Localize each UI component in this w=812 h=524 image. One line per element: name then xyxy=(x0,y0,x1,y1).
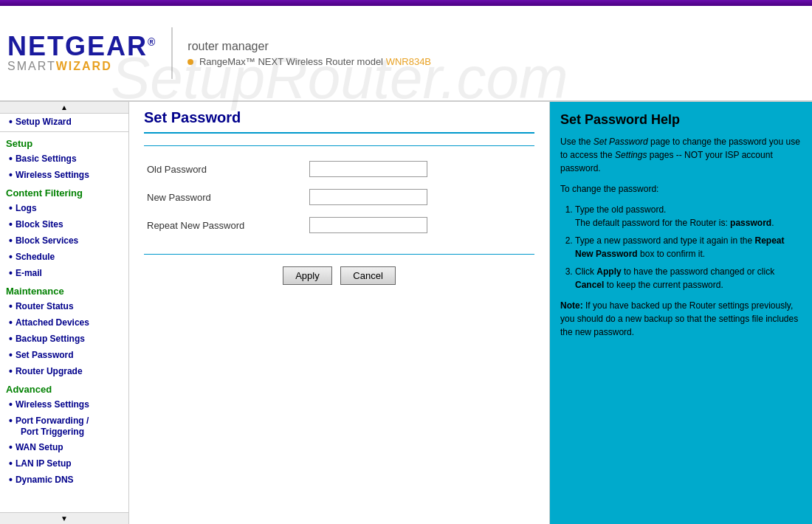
sidebar-item-dynamic-dns[interactable]: • Dynamic DNS xyxy=(0,472,128,488)
repeat-password-row: Repeat New Password xyxy=(144,211,534,239)
note-label: Note: xyxy=(560,300,583,311)
sidebar-item-label: Setup Wizard xyxy=(16,117,72,127)
apply-bold: Apply xyxy=(596,266,621,277)
sidebar-item-label: WAN Setup xyxy=(16,442,63,452)
bullet-icon: • xyxy=(9,365,13,377)
help-italic-settings: Settings xyxy=(615,150,647,160)
cancel-bold: Cancel xyxy=(575,280,604,290)
help-note: Note: If you have backed up the Router s… xyxy=(560,299,802,339)
sidebar-item-label: Router Upgrade xyxy=(16,366,83,376)
router-info: router manager RangeMax™ NEXT Wireless R… xyxy=(187,40,431,67)
router-manager-title: router manager xyxy=(187,40,431,53)
sidebar-item-wireless-settings-setup[interactable]: • Wireless Settings xyxy=(0,167,128,183)
sidebar: ▲ • Setup Wizard Setup • Basic Settings … xyxy=(0,102,129,524)
sidebar-item-block-services[interactable]: • Block Services xyxy=(0,232,128,249)
sidebar-item-router-upgrade[interactable]: • Router Upgrade xyxy=(0,363,128,379)
new-password-row: New Password xyxy=(144,183,534,211)
bullet-icon: • xyxy=(9,458,13,469)
sidebar-item-router-status[interactable]: • Router Status xyxy=(0,298,128,314)
sidebar-item-label: Attached Devices xyxy=(16,317,89,328)
sidebar-item-label: E-mail xyxy=(16,268,42,278)
bullet-icon: • xyxy=(9,415,13,427)
sidebar-item-port-forwarding[interactable]: • Port Forwarding / Port Triggering xyxy=(0,413,128,439)
sidebar-item-logs[interactable]: • Logs xyxy=(0,200,128,216)
help-title: Set Password Help xyxy=(560,112,802,128)
bullet-icon: • xyxy=(9,474,13,486)
sidebar-item-label: Router Status xyxy=(16,301,74,311)
old-password-row: Old Password xyxy=(144,155,534,183)
sidebar-item-email[interactable]: • E-mail xyxy=(0,265,128,281)
content-area: Set Password Old Password New Password R… xyxy=(129,102,812,524)
help-step-2: Type a new password and type it again in… xyxy=(575,234,802,261)
button-row: Apply Cancel xyxy=(144,266,534,285)
form-divider-top xyxy=(144,145,534,146)
repeat-password-input[interactable] xyxy=(309,217,427,233)
help-step-1: Type the old password. The default passw… xyxy=(575,203,802,230)
sidebar-item-label: Logs xyxy=(16,203,37,213)
help-italic-setpassword: Set Password xyxy=(593,137,648,147)
main-layout: ▲ • Setup Wizard Setup • Basic Settings … xyxy=(0,102,812,524)
registered-symbol: ® xyxy=(148,36,156,48)
product-line: RangeMax™ NEXT Wireless Router model WNR… xyxy=(187,56,431,67)
section-advanced: Advanced xyxy=(0,379,128,396)
form-divider-bottom xyxy=(144,254,534,255)
logo-area: NETGEAR® SMARTWIZARD xyxy=(7,33,156,73)
smartwizard-label: SMARTWIZARD xyxy=(7,60,156,73)
sidebar-item-label: Block Sites xyxy=(16,219,63,230)
sidebar-item-backup-settings[interactable]: • Backup Settings xyxy=(0,331,128,347)
bullet-icon: • xyxy=(9,399,13,410)
sidebar-item-label: Set Password xyxy=(16,350,74,360)
help-intro: Use the Set Password page to change the … xyxy=(560,135,802,175)
brand-name: NETGEAR® xyxy=(7,33,156,60)
sidebar-item-wan-setup[interactable]: • WAN Setup xyxy=(0,439,128,455)
sidebar-item-label: LAN IP Setup xyxy=(16,458,72,469)
bullet-icon: • xyxy=(9,202,13,214)
old-password-input[interactable] xyxy=(309,161,427,177)
sidebar-item-block-sites[interactable]: • Block Sites xyxy=(0,216,128,232)
bullet-icon: • xyxy=(9,169,13,181)
new-password-input[interactable] xyxy=(309,189,427,205)
bullet-icon: • xyxy=(9,349,13,361)
bullet-icon: • xyxy=(9,235,13,247)
sidebar-item-wireless-settings-adv[interactable]: • Wireless Settings xyxy=(0,396,128,413)
bullet-icon: • xyxy=(9,251,13,263)
product-name: RangeMax™ NEXT Wireless Router xyxy=(199,56,354,67)
top-bar xyxy=(0,0,812,6)
sidebar-scroll-down[interactable]: ▼ xyxy=(0,512,128,524)
help-to-change: To change the password: xyxy=(560,182,802,196)
old-password-label: Old Password xyxy=(144,155,306,183)
sidebar-item-lan-ip-setup[interactable]: • LAN IP Setup xyxy=(0,455,128,472)
bullet-icon: • xyxy=(9,300,13,312)
apply-button[interactable]: Apply xyxy=(283,266,332,285)
sidebar-separator xyxy=(0,131,128,132)
new-password-label: New Password xyxy=(144,183,306,211)
header: NETGEAR® SMARTWIZARD router manager Rang… xyxy=(0,6,812,102)
sidebar-item-label: Dynamic DNS xyxy=(16,475,74,485)
sidebar-item-label: Basic Settings xyxy=(16,154,77,164)
repeat-new-bold: Repeat New Password xyxy=(575,235,785,259)
bullet-icon: • xyxy=(9,441,13,453)
bullet-icon: • xyxy=(9,333,13,345)
sidebar-item-attached-devices[interactable]: • Attached Devices xyxy=(0,314,128,331)
sidebar-item-label: Block Services xyxy=(16,235,78,246)
sidebar-item-label: Wireless Settings xyxy=(16,399,89,410)
cancel-button[interactable]: Cancel xyxy=(340,266,395,285)
sidebar-scroll-up[interactable]: ▲ xyxy=(0,102,128,114)
section-maintenance: Maintenance xyxy=(0,281,128,298)
help-step-3: Click Apply to have the password changed… xyxy=(575,265,802,292)
password-form-table: Old Password New Password Repeat New Pas… xyxy=(144,155,534,239)
section-setup: Setup xyxy=(0,134,128,151)
model-number: WNR834B xyxy=(386,56,431,67)
sidebar-item-schedule[interactable]: • Schedule xyxy=(0,249,128,265)
bullet-icon: • xyxy=(9,218,13,230)
orange-dot-icon xyxy=(187,59,193,65)
sidebar-port-fwd-label: Port Forwarding / xyxy=(16,416,89,426)
page-title: Set Password xyxy=(144,109,534,134)
sidebar-item-label: Wireless Settings xyxy=(16,170,89,180)
sidebar-item-setup-wizard[interactable]: • Setup Wizard xyxy=(0,114,128,130)
sidebar-item-label: Schedule xyxy=(16,252,55,262)
sidebar-item-basic-settings[interactable]: • Basic Settings xyxy=(0,151,128,167)
sidebar-item-label: Backup Settings xyxy=(16,334,85,344)
default-password-bold: password xyxy=(730,218,771,228)
sidebar-item-set-password[interactable]: • Set Password xyxy=(0,347,128,363)
